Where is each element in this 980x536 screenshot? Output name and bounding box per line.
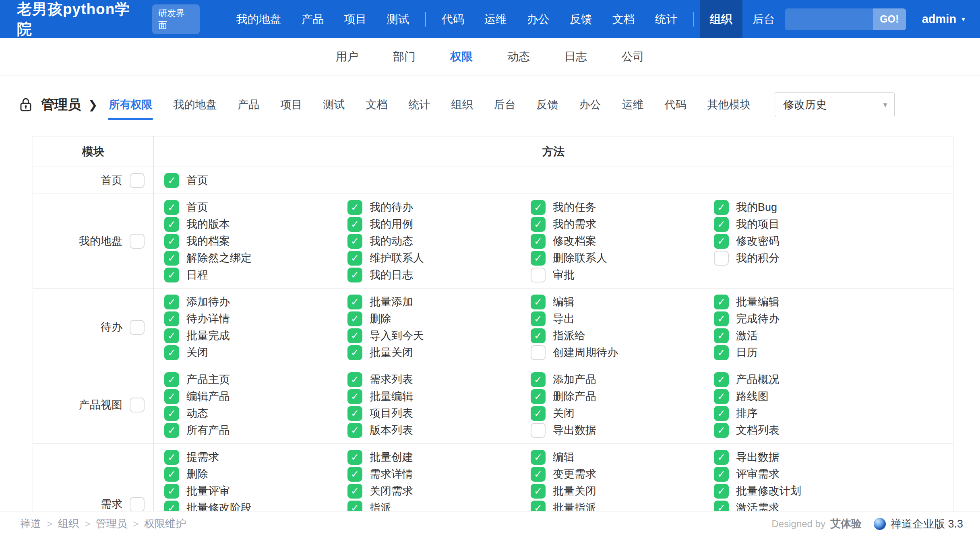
permission-checkbox[interactable] [531,423,546,438]
permission-tab[interactable]: 运维 [622,97,643,112]
module-checkbox[interactable] [130,320,145,335]
permission-tab[interactable]: 项目 [280,97,302,112]
permission-checkbox[interactable]: ✓ [714,311,729,326]
topnav-item[interactable]: 测试 [377,0,420,38]
topnav-item[interactable]: 我的地盘 [226,0,292,38]
module-checkbox[interactable] [130,398,145,412]
topnav-item[interactable]: 反馈 [560,0,602,38]
permission-checkbox[interactable]: ✓ [531,217,546,232]
product-version-link[interactable]: 禅道企业版 3.3 [891,517,963,531]
permission-tab[interactable]: 我的地盘 [173,97,217,112]
permission-checkbox[interactable]: ✓ [164,173,179,188]
permission-checkbox[interactable]: ✓ [714,234,729,249]
permission-checkbox[interactable]: ✓ [164,328,179,343]
permission-checkbox[interactable]: ✓ [164,268,179,282]
permission-tab[interactable]: 文档 [366,97,387,112]
breadcrumb-item[interactable]: 权限维护 [144,517,186,531]
subnav-item[interactable]: 动态 [507,49,530,64]
permission-checkbox[interactable]: ✓ [347,450,362,465]
permission-checkbox[interactable]: ✓ [714,450,729,465]
permission-tab[interactable]: 所有权限 [109,97,152,112]
topnav-item[interactable]: 组织 [700,0,742,38]
permission-checkbox[interactable]: ✓ [347,200,362,215]
permission-checkbox[interactable]: ✓ [164,450,179,465]
permission-checkbox[interactable]: ✓ [714,423,729,438]
permission-tab[interactable]: 组织 [451,97,473,112]
permission-checkbox[interactable]: ✓ [531,328,546,343]
permission-checkbox[interactable]: ✓ [347,467,362,482]
permission-tab[interactable]: 产品 [238,97,259,112]
permission-checkbox[interactable]: ✓ [531,251,546,266]
permission-checkbox[interactable]: ✓ [164,251,179,266]
permission-checkbox[interactable]: ✓ [164,406,179,421]
module-checkbox[interactable] [130,173,145,188]
permission-tab[interactable]: 办公 [579,97,601,112]
permission-checkbox[interactable]: ✓ [164,234,179,249]
topnav-item[interactable]: 运维 [474,0,517,38]
permission-checkbox[interactable]: ✓ [347,484,362,499]
permission-checkbox[interactable]: ✓ [531,372,546,387]
designer-link[interactable]: 艾体验 [830,517,862,531]
permission-checkbox[interactable]: ✓ [164,372,179,387]
permission-checkbox[interactable]: ✓ [164,311,179,326]
user-menu[interactable]: admin ▼ [922,12,966,26]
topnav-item[interactable]: 代码 [432,0,474,38]
permission-checkbox[interactable]: ✓ [347,217,362,232]
topnav-item[interactable]: 项目 [334,0,377,38]
permission-checkbox[interactable]: ✓ [714,328,729,343]
permission-checkbox[interactable]: ✓ [714,345,729,360]
permission-checkbox[interactable]: ✓ [531,200,546,215]
permission-checkbox[interactable] [531,345,546,360]
permission-checkbox[interactable]: ✓ [714,295,729,309]
permission-tab[interactable]: 反馈 [536,97,558,112]
permission-checkbox[interactable]: ✓ [347,372,362,387]
topnav-item[interactable]: 文档 [602,0,645,38]
permission-checkbox[interactable]: ✓ [531,467,546,482]
permission-checkbox[interactable]: ✓ [531,389,546,404]
permission-tab[interactable]: 代码 [664,97,686,112]
module-checkbox[interactable] [130,234,145,249]
permission-checkbox[interactable]: ✓ [714,217,729,232]
subnav-item[interactable]: 权限 [450,49,473,64]
permission-checkbox[interactable] [714,251,729,266]
permission-checkbox[interactable]: ✓ [347,406,362,421]
brand[interactable]: 老男孩python学院 研发界面 [17,0,200,38]
permission-checkbox[interactable]: ✓ [164,423,179,438]
permission-checkbox[interactable]: ✓ [347,328,362,343]
permission-checkbox[interactable]: ✓ [164,467,179,482]
search-go-button[interactable]: GO! [873,8,906,30]
permission-tab[interactable]: 统计 [408,97,430,112]
permission-checkbox[interactable] [531,268,546,282]
permission-checkbox[interactable]: ✓ [347,295,362,309]
subnav-item[interactable]: 用户 [336,49,358,64]
permission-checkbox[interactable]: ✓ [347,389,362,404]
permission-checkbox[interactable]: ✓ [164,484,179,499]
permission-checkbox[interactable]: ✓ [164,217,179,232]
permission-checkbox[interactable]: ✓ [347,311,362,326]
permission-checkbox[interactable]: ✓ [347,423,362,438]
permission-checkbox[interactable]: ✓ [531,450,546,465]
permission-tab[interactable]: 后台 [494,97,515,112]
module-checkbox[interactable] [130,497,145,512]
permission-checkbox[interactable]: ✓ [714,484,729,499]
permission-checkbox[interactable]: ✓ [164,200,179,215]
breadcrumb-item[interactable]: 组织 [58,517,79,531]
permission-checkbox[interactable]: ✓ [714,406,729,421]
breadcrumb-item[interactable]: 禅道 [20,517,41,531]
permission-checkbox[interactable]: ✓ [531,295,546,309]
subnav-item[interactable]: 部门 [393,49,416,64]
topnav-item[interactable]: 产品 [292,0,334,38]
permission-checkbox[interactable]: ✓ [531,311,546,326]
topnav-item[interactable]: 统计 [645,0,688,38]
permission-checkbox[interactable]: ✓ [347,268,362,282]
topnav-item[interactable]: 后台 [742,0,785,38]
module-select[interactable]: 修改历史 ▾ [775,92,895,117]
permission-checkbox[interactable]: ✓ [714,372,729,387]
permission-tab[interactable]: 测试 [323,97,345,112]
permission-checkbox[interactable]: ✓ [347,345,362,360]
breadcrumb-item[interactable]: 管理员 [96,517,127,531]
topnav-item[interactable]: 办公 [517,0,560,38]
subnav-item[interactable]: 公司 [622,49,644,64]
permission-tab[interactable]: 其他模块 [707,97,751,112]
permission-checkbox[interactable]: ✓ [347,234,362,249]
